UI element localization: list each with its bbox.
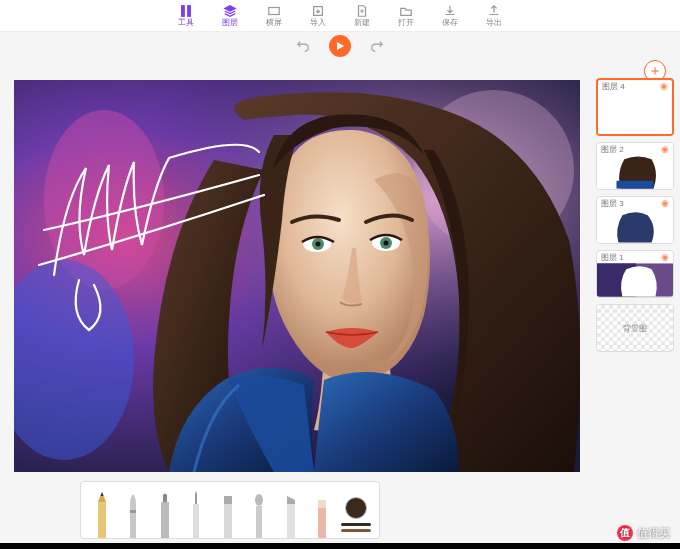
toolbar-label: 保存 [442,19,458,27]
toolbar-label: 工具 [178,19,194,27]
import-icon [311,4,325,18]
toolbar-label: 导入 [310,19,326,27]
watermark-text: 值得买 [637,526,670,541]
toolbar-label: 横屏 [266,19,282,27]
layers-icon [223,4,237,18]
brush-airbrush[interactable] [247,488,273,538]
layer-label: 图层 3 [601,200,624,208]
eye-icon[interactable]: ◉ [661,145,669,154]
layer-thumb [597,263,673,297]
open-icon [399,4,413,18]
canvas-area[interactable] [14,80,580,472]
eye-icon[interactable]: ◉ [661,199,669,208]
new-icon [355,4,369,18]
svg-rect-22 [287,504,295,538]
brush-chisel[interactable] [278,488,304,538]
svg-rect-2 [269,8,280,15]
svg-rect-16 [161,502,169,538]
toolbar-label: 打开 [398,19,414,27]
svg-rect-18 [224,504,232,538]
save-icon [443,4,457,18]
transform-icon [267,4,281,18]
layer-thumb [598,92,672,134]
brush-marker[interactable] [152,488,178,538]
eye-icon[interactable]: ◉ [661,253,669,262]
brush-tray [80,481,380,539]
watermark-badge: 值 [617,525,633,541]
history-bar [0,34,680,58]
svg-rect-0 [182,6,185,17]
toolbar-import[interactable]: 导入 [310,4,326,27]
svg-rect-24 [318,500,326,508]
export-icon [487,4,501,18]
layer-item[interactable]: 图层 4◉ [596,78,674,136]
toolbar-transform[interactable]: 横屏 [266,4,282,27]
layers-panel: 图层 4◉ 图层 2◉ 图层 3◉ 图层 1◉ 背景图 [596,78,674,352]
toolbar-open[interactable]: 打开 [398,4,414,27]
toolbar-tool[interactable]: 工具 [178,4,194,27]
toolbar-label: 图层 [222,19,238,27]
svg-point-14 [384,241,389,246]
canvas-artwork [14,80,580,472]
undo-button[interactable] [295,38,311,54]
layer-label: 图层 1 [601,254,624,262]
toolbar-new[interactable]: 新建 [354,4,370,27]
tool-icon [179,4,193,18]
svg-rect-15 [130,510,136,513]
bottom-bar [0,543,680,549]
redo-button[interactable] [369,38,385,54]
toolbar-label: 导出 [486,19,502,27]
brush-flat[interactable] [215,488,241,538]
layer-label: 图层 4 [602,83,625,91]
brush-pencil[interactable] [89,488,115,538]
svg-point-11 [316,242,321,247]
layer-label: 图层 2 [601,146,624,154]
svg-rect-20 [256,506,262,538]
brush-fine[interactable] [184,488,210,538]
watermark: 值 值得买 [617,525,670,541]
layer-thumb [597,209,673,243]
svg-rect-17 [193,504,199,538]
svg-rect-19 [224,496,232,504]
color-line-2[interactable] [341,529,371,532]
toolbar-save[interactable]: 保存 [442,4,458,27]
toolbar-layers[interactable]: 图层 [222,4,238,27]
top-toolbar: 工具 图层 横屏 导入 新建 打开 保存 导出 [0,0,680,32]
layer-item[interactable]: 图层 1◉ [596,250,674,298]
svg-rect-1 [188,6,191,17]
toolbar-export[interactable]: 导出 [486,4,502,27]
eye-icon[interactable]: ◉ [660,82,668,91]
brush-eraser[interactable] [310,488,336,538]
brush-pen[interactable] [121,488,147,538]
color-line-1[interactable] [341,523,371,526]
color-swatch-primary[interactable] [345,497,367,519]
svg-rect-27 [616,181,653,189]
layer-label: 背景图 [597,305,673,351]
play-button[interactable] [329,35,351,57]
layer-item[interactable]: 图层 3◉ [596,196,674,244]
svg-rect-23 [318,508,326,538]
svg-point-21 [255,494,263,506]
toolbar-label: 新建 [354,19,370,27]
layer-thumb [597,155,673,189]
layer-item[interactable]: 图层 2◉ [596,142,674,190]
layer-thumb: 背景图 [597,305,673,351]
layer-item-bg[interactable]: 背景图 [596,304,674,352]
color-swatch-group [341,497,371,538]
